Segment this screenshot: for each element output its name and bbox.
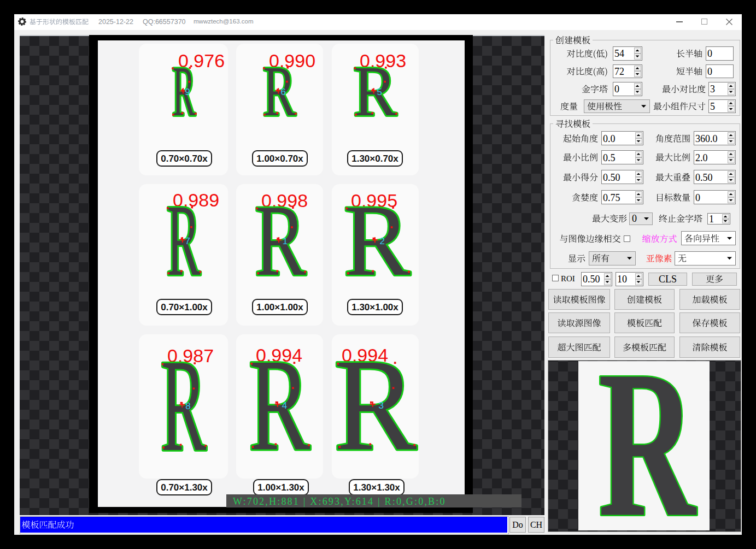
svg-text:4: 4 xyxy=(282,400,287,411)
svg-text:2: 2 xyxy=(380,236,385,246)
svg-text:7: 7 xyxy=(185,236,190,246)
svg-text:6: 6 xyxy=(281,87,286,97)
svg-text:3: 3 xyxy=(378,400,383,411)
svg-text:5: 5 xyxy=(377,87,382,97)
svg-text:1: 1 xyxy=(283,236,288,246)
svg-text:9: 9 xyxy=(185,87,190,97)
svg-text:8: 8 xyxy=(185,401,190,411)
